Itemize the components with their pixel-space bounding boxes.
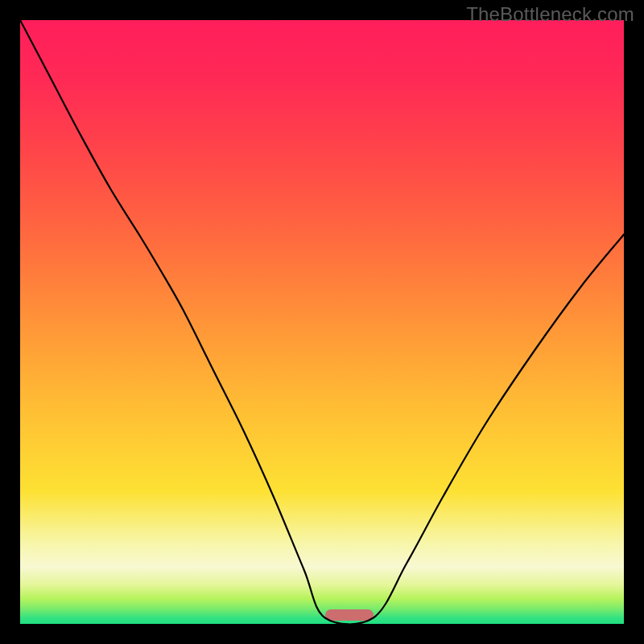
watermark-text: TheBottleneck.com	[466, 3, 634, 26]
plot-area	[20, 20, 624, 624]
bottleneck-curve	[20, 20, 624, 624]
chart-frame: TheBottleneck.com	[0, 0, 644, 644]
